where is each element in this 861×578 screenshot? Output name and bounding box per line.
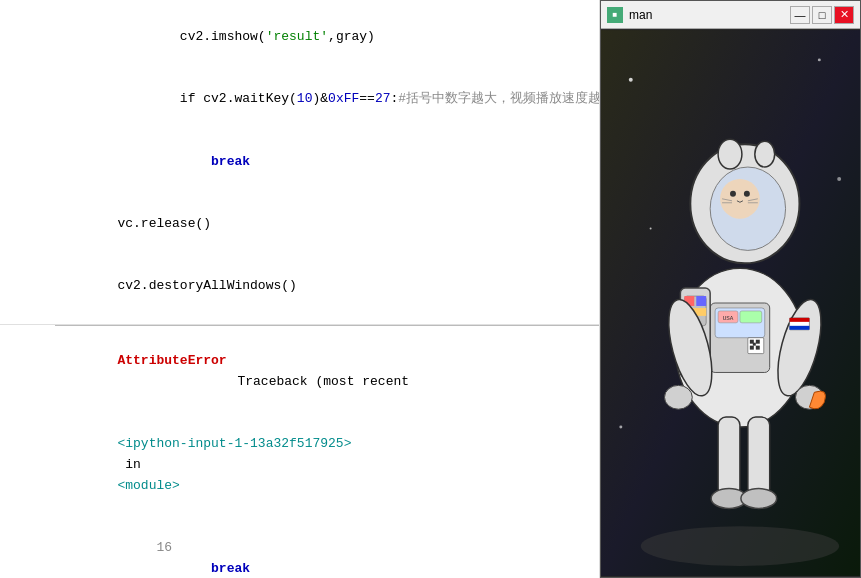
code-line-4: vc.release() (55, 193, 599, 255)
code-line-2: if cv2.waitKey(10)&0xFF==27:#括号中数字越大，视频播… (55, 68, 599, 130)
svg-rect-36 (718, 417, 740, 496)
svg-rect-8 (740, 311, 762, 323)
svg-point-43 (629, 78, 633, 82)
image-window: ■ man — □ ✕ (600, 0, 861, 578)
astronaut-svg: USA (601, 29, 860, 577)
window-titlebar: ■ man — □ ✕ (601, 1, 860, 29)
close-button[interactable]: ✕ (834, 6, 854, 24)
svg-point-19 (720, 179, 760, 219)
minimize-button[interactable]: — (790, 6, 810, 24)
titlebar-controls: — □ ✕ (790, 6, 854, 24)
code-line-1: cv2.imshow('result',gray) (55, 6, 599, 68)
window-icon: ■ (607, 7, 623, 23)
output-area: cv2.imshow('result',gray) if cv2.waitKey… (0, 0, 599, 325)
traceback-line16: 16 break (55, 517, 599, 578)
svg-rect-12 (753, 343, 756, 346)
svg-rect-29 (696, 296, 706, 306)
svg-point-39 (741, 489, 777, 509)
code-line-3: break (55, 131, 599, 193)
svg-rect-11 (756, 340, 760, 344)
svg-rect-14 (756, 346, 760, 350)
window-title: man (629, 8, 784, 22)
svg-point-20 (730, 191, 736, 197)
maximize-button[interactable]: □ (812, 6, 832, 24)
svg-point-44 (818, 58, 821, 61)
error-area: AttributeError Traceback (most recent <i… (0, 326, 599, 578)
svg-point-45 (650, 228, 652, 230)
ipython-ref-line: <ipython-input-1-13a32f517925> in <modul… (55, 413, 599, 517)
svg-point-46 (837, 177, 841, 181)
svg-point-21 (744, 191, 750, 197)
image-display: USA (601, 29, 860, 577)
svg-point-18 (755, 141, 775, 167)
code-line-5: cv2.destoryAllWindows() (55, 256, 599, 318)
svg-point-34 (665, 385, 693, 409)
notebook-panel: cv2.imshow('result',gray) if cv2.waitKey… (0, 0, 600, 578)
svg-rect-37 (748, 417, 770, 496)
svg-point-17 (718, 139, 742, 169)
svg-rect-42 (790, 326, 810, 330)
svg-text:USA: USA (723, 315, 734, 322)
svg-point-48 (641, 526, 839, 566)
error-title-line: AttributeError Traceback (most recent (55, 330, 599, 413)
svg-rect-41 (790, 318, 810, 322)
svg-point-47 (619, 426, 622, 429)
svg-rect-13 (750, 346, 754, 350)
